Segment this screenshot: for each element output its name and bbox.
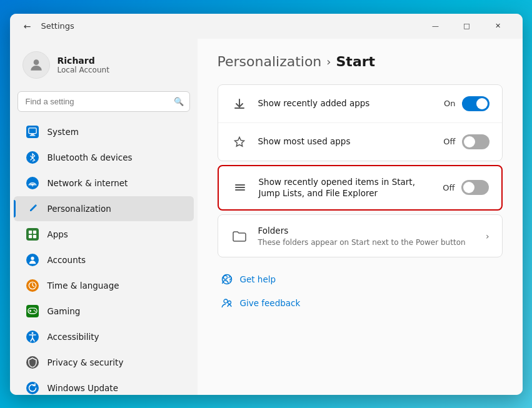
back-button[interactable]: ← [20, 19, 35, 34]
accounts-icon [26, 254, 39, 266]
sidebar-label-accounts: Accounts [48, 255, 86, 265]
folders-chevron: › [486, 231, 489, 241]
svg-point-23 [224, 299, 228, 303]
settings-window: ← Settings — □ ✕ Richard Local A [10, 14, 523, 395]
give-feedback-link[interactable]: Give feedback [218, 291, 503, 315]
toggle-thumb-2 [464, 136, 475, 147]
svg-point-14 [34, 311, 36, 312]
help-section: Get help Give feedback [218, 267, 503, 315]
sidebar-nav: System Bluetooth & devices [10, 119, 198, 395]
svg-rect-5 [28, 230, 31, 233]
sidebar-item-bluetooth[interactable]: Bluetooth & devices [14, 145, 194, 170]
folders-icon [231, 227, 248, 245]
apps-icon [26, 228, 39, 241]
recently-opened-icon [231, 179, 249, 196]
update-icon [26, 382, 39, 394]
toggle-thumb-3 [463, 182, 474, 193]
main-panel: Personalization › Start Show recently ad… [198, 39, 523, 395]
username: Richard [58, 56, 109, 66]
recently-added-text: Show recently added apps [258, 97, 434, 109]
gaming-icon [26, 305, 39, 317]
settings-card-top: Show recently added apps On [218, 84, 503, 161]
svg-rect-3 [29, 135, 35, 136]
recently-opened-status: Off [443, 183, 454, 192]
get-help-label: Get help [240, 274, 276, 284]
recently-added-toggle[interactable] [462, 96, 489, 111]
folders-row[interactable]: Folders These folders appear on Start ne… [218, 215, 502, 257]
svg-rect-2 [31, 134, 34, 135]
folders-label: Folders [258, 225, 476, 237]
personalization-icon [26, 202, 39, 215]
get-help-link[interactable]: Get help [218, 267, 503, 291]
settings-card-folders: Folders These folders appear on Start ne… [218, 214, 503, 257]
sidebar-label-privacy: Privacy & security [48, 357, 124, 367]
give-feedback-label: Give feedback [240, 298, 301, 308]
breadcrumb-separator: › [326, 55, 331, 68]
recently-added-controls: On [444, 96, 489, 111]
svg-rect-1 [28, 127, 36, 133]
search-box: 🔍 [18, 91, 190, 112]
give-feedback-icon [220, 296, 234, 310]
most-used-text: Show most used apps [258, 136, 434, 147]
svg-point-15 [31, 332, 33, 334]
titlebar: ← Settings — □ ✕ [10, 14, 523, 39]
sidebar-label-gaming: Gaming [48, 306, 81, 316]
most-used-controls: Off [443, 134, 489, 149]
search-input[interactable] [18, 91, 190, 112]
svg-rect-7 [28, 234, 31, 237]
sidebar-item-time[interactable]: Time & language [14, 273, 194, 298]
sidebar-item-system[interactable]: System [14, 119, 194, 144]
sidebar-label-personalization: Personalization [48, 204, 111, 214]
sidebar-item-gaming[interactable]: Gaming [14, 299, 194, 324]
settings-card-recently-opened: Show recently opened items in Start, Jum… [218, 165, 503, 211]
folders-text: Folders These folders appear on Start ne… [258, 225, 476, 247]
recently-opened-label: Show recently opened items in Start, Jum… [259, 176, 433, 200]
recently-opened-text: Show recently opened items in Start, Jum… [259, 176, 433, 200]
user-profile[interactable]: Richard Local Account [10, 44, 198, 91]
breadcrumb: Personalization › Start [218, 54, 503, 69]
settings-row-recently-added: Show recently added apps On [218, 85, 502, 123]
most-used-status: Off [443, 137, 455, 146]
window-title: Settings [41, 21, 74, 31]
get-help-icon [220, 272, 234, 286]
titlebar-left: ← Settings [20, 19, 74, 34]
accessibility-icon [26, 331, 39, 343]
most-used-label: Show most used apps [258, 136, 434, 147]
svg-point-24 [228, 301, 231, 304]
sidebar-label-system: System [48, 127, 79, 137]
sidebar-label-apps: Apps [48, 229, 68, 239]
time-icon [26, 279, 39, 292]
sidebar-item-network[interactable]: Network & internet [14, 171, 194, 196]
maximize-button[interactable]: □ [453, 16, 481, 36]
recently-opened-toggle[interactable] [461, 180, 489, 195]
svg-rect-6 [33, 230, 36, 233]
breadcrumb-current: Start [336, 54, 376, 69]
recently-opened-controls: Off [443, 180, 488, 195]
sidebar-item-update[interactable]: Windows Update [14, 376, 194, 395]
sidebar-label-update: Windows Update [48, 383, 118, 393]
network-icon [26, 177, 39, 189]
sidebar-label-network: Network & internet [48, 178, 128, 188]
recently-added-status: On [444, 99, 455, 108]
svg-point-13 [33, 309, 34, 311]
sidebar: Richard Local Account 🔍 [10, 39, 198, 395]
sidebar-item-apps[interactable]: Apps [14, 222, 194, 247]
most-used-icon [231, 133, 248, 151]
system-icon [26, 126, 39, 138]
user-info: Richard Local Account [58, 56, 109, 74]
most-used-toggle[interactable] [462, 134, 489, 149]
folders-sublabel: These folders appear on Start next to th… [258, 238, 476, 247]
sidebar-item-personalization[interactable]: Personalization [14, 196, 194, 221]
sidebar-label-accessibility: Accessibility [48, 332, 99, 342]
settings-row-most-used: Show most used apps Off [218, 123, 502, 161]
sidebar-item-accounts[interactable]: Accounts [14, 247, 194, 272]
sidebar-item-privacy[interactable]: Privacy & security [14, 350, 194, 375]
svg-point-9 [31, 256, 34, 259]
settings-row-recently-opened: Show recently opened items in Start, Jum… [219, 166, 501, 210]
close-button[interactable]: ✕ [484, 16, 513, 36]
minimize-button[interactable]: — [421, 16, 450, 36]
sidebar-item-accessibility[interactable]: Accessibility [14, 324, 194, 349]
toggle-thumb [476, 98, 488, 109]
recently-added-icon [231, 95, 248, 112]
content-area: Richard Local Account 🔍 [10, 39, 523, 395]
